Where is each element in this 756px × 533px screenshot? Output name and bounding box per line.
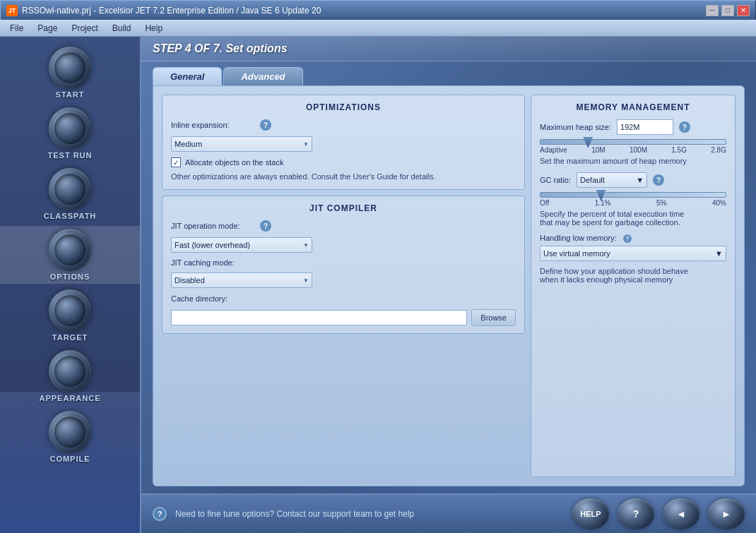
sidebar-item-compile[interactable]: COMPILE — [0, 408, 140, 466]
back-arrow-icon: ◄ — [676, 508, 686, 520]
jit-caching-mode-row: JIT caching mode: — [171, 258, 516, 267]
sidebar-item-start[interactable]: START — [0, 44, 140, 102]
handling-arrow: ▼ — [715, 249, 723, 258]
cache-directory-input[interactable] — [171, 310, 467, 325]
memory-management-panel: MEMORY MANAGEMENT Maximum heap size: ? — [531, 95, 736, 477]
browse-button[interactable]: Browse — [471, 309, 516, 326]
gc-ratio-label: GC ratio: — [540, 176, 571, 184]
forward-arrow-icon: ► — [721, 508, 731, 520]
handling-help-icon[interactable]: ? — [623, 234, 632, 243]
heap-slider-container: Adaptive 10M 100M 1.5G 2.8G — [540, 139, 726, 154]
help-button[interactable]: HELP — [572, 498, 609, 529]
step-header: STEP 4 OF 7. Set options — [141, 37, 756, 61]
tab-general[interactable]: General — [153, 67, 222, 85]
handling-low-memory-value: Use virtual memory — [543, 249, 610, 258]
bottom-help-icon: ? — [153, 507, 167, 521]
sidebar: START TEST RUN CLASSPATH OPTIONS TARGET … — [0, 37, 141, 533]
question-icon: ? — [633, 508, 639, 520]
handling-low-memory-select[interactable]: Use virtual memory ▼ — [540, 246, 726, 261]
inline-expansion-select[interactable]: Medium ▼ — [171, 136, 312, 152]
max-heap-input[interactable] — [617, 119, 673, 135]
sidebar-label-target: TARGET — [52, 333, 88, 342]
test-run-knob — [49, 107, 91, 150]
allocate-objects-checkbox[interactable]: ✓ — [171, 157, 181, 167]
left-panels: OPTIMIZATIONS Inline expansion: ? Medium… — [162, 95, 525, 477]
gc-slider-track[interactable] — [540, 192, 726, 198]
sidebar-item-test-run[interactable]: TEST RUN — [0, 104, 140, 162]
jit-operation-mode-row: JIT operation mode: ? — [171, 220, 516, 232]
inline-expansion-help-icon[interactable]: ? — [260, 119, 271, 131]
inline-expansion-value: Medium — [175, 140, 202, 148]
step-title: STEP 4 OF 7. Set options — [153, 42, 288, 55]
jit-operation-arrow: ▼ — [303, 242, 309, 248]
heap-slider-labels: Adaptive 10M 100M 1.5G 2.8G — [540, 146, 726, 154]
menu-help[interactable]: Help — [138, 22, 170, 35]
sidebar-label-appearance: APPEARANCE — [39, 394, 100, 402]
jit-caching-mode-label: JIT caching mode: — [171, 258, 256, 267]
gc-ratio-row: GC ratio: Default ▼ ? — [540, 172, 726, 188]
back-button[interactable]: ◄ — [663, 498, 699, 529]
question-button[interactable]: ? — [618, 498, 654, 529]
jit-operation-mode-help-icon[interactable]: ? — [260, 220, 271, 232]
compile-knob — [49, 411, 91, 453]
question-button-group: ? — [618, 498, 654, 529]
allocate-objects-row: ✓ Allocate objects on the stack — [171, 157, 516, 167]
jit-operation-mode-select[interactable]: Fast (lower overhead) ▼ — [171, 237, 312, 253]
gc-ratio-value: Default — [580, 176, 605, 184]
max-heap-label: Maximum heap size: — [540, 123, 611, 131]
sidebar-item-appearance[interactable]: APPEARANCE — [0, 347, 140, 405]
sidebar-item-classpath[interactable]: CLASSPATH — [0, 165, 140, 223]
jit-operation-mode-value: Fast (lower overhead) — [175, 241, 250, 249]
max-heap-row: Maximum heap size: ? — [540, 119, 726, 135]
jit-caching-arrow: ▼ — [303, 277, 309, 284]
gc-slider-labels: Off 1.1% 5% 40% — [540, 199, 726, 207]
bottom-bar: ? Need to fine tune options? Contact our… — [141, 493, 756, 533]
app-icon: JT — [6, 5, 18, 16]
jit-caching-mode-value: Disabled — [175, 276, 205, 285]
main-container: START TEST RUN CLASSPATH OPTIONS TARGET … — [0, 37, 756, 533]
target-knob — [49, 289, 91, 332]
inline-expansion-label: Inline expansion: — [171, 121, 256, 129]
gc-ratio-arrow: ▼ — [636, 176, 644, 184]
inline-expansion-arrow: ▼ — [303, 141, 309, 148]
sidebar-label-start: START — [56, 90, 85, 99]
max-heap-help-icon[interactable]: ? — [679, 121, 690, 133]
gc-desc: Specify the percent of total execution t… — [540, 210, 726, 227]
bottom-text: Need to fine tune options? Contact our s… — [175, 509, 564, 519]
maximize-button[interactable]: □ — [721, 5, 734, 16]
minimize-button[interactable]: ─ — [706, 5, 719, 16]
window-title: RSSOwl-native.prj - Excelsior JET 7.2 En… — [22, 6, 706, 16]
menu-project[interactable]: Project — [64, 22, 105, 35]
jit-compiler-title: JIT COMPILER — [171, 203, 516, 213]
titlebar: JT RSSOwl-native.prj - Excelsior JET 7.2… — [0, 0, 756, 20]
close-button[interactable]: ✕ — [737, 5, 750, 16]
tabs-row: General Advanced — [141, 61, 756, 85]
jit-compiler-panel: JIT COMPILER JIT operation mode: ? Fast … — [162, 196, 525, 334]
back-button-group: ◄ — [663, 498, 699, 529]
handling-desc: Define how your application should behav… — [540, 267, 726, 284]
classpath-knob — [49, 168, 91, 210]
sidebar-item-target[interactable]: TARGET — [0, 287, 140, 345]
jit-operation-mode-label: JIT operation mode: — [171, 222, 256, 230]
tab-advanced[interactable]: Advanced — [223, 67, 302, 85]
inline-expansion-row: Inline expansion: ? — [171, 119, 516, 131]
gc-slider-container: Off 1.1% 5% 40% — [540, 192, 726, 207]
help-button-group: HELP — [572, 498, 609, 529]
sidebar-label-options: OPTIONS — [50, 273, 90, 281]
heap-slider-track[interactable] — [540, 139, 726, 145]
menu-page[interactable]: Page — [30, 22, 64, 35]
menu-file[interactable]: File — [3, 22, 30, 35]
gc-ratio-help-icon[interactable]: ? — [653, 174, 664, 186]
menu-build[interactable]: Build — [105, 22, 138, 35]
forward-button[interactable]: ► — [708, 498, 745, 529]
gc-ratio-select[interactable]: Default ▼ — [577, 172, 647, 188]
sidebar-label-test-run: TEST RUN — [48, 151, 93, 160]
panels-bg: OPTIMIZATIONS Inline expansion: ? Medium… — [153, 85, 745, 486]
panels-container: OPTIMIZATIONS Inline expansion: ? Medium… — [141, 85, 756, 493]
handling-low-memory-label: Handling low memory: ? — [540, 234, 726, 243]
cache-directory-row: Browse — [171, 309, 516, 326]
jit-caching-mode-select[interactable]: Disabled ▼ — [171, 273, 312, 288]
allocate-objects-label: Allocate objects on the stack — [185, 158, 283, 167]
cache-directory-label: Cache directory: — [171, 294, 228, 303]
sidebar-item-options[interactable]: OPTIONS — [0, 226, 140, 284]
